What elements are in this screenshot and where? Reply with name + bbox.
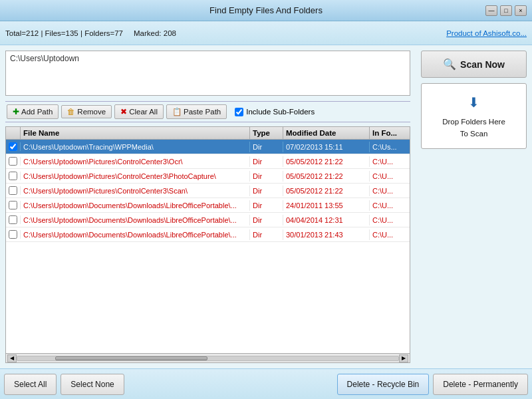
row-type: Dir [250, 156, 283, 167]
header-type: Type [250, 127, 283, 139]
header-date: Modified Date [283, 127, 370, 139]
row-checkbox[interactable] [9, 172, 17, 180]
row-checkbox-cell [6, 201, 21, 209]
drop-zone[interactable]: ⬇ Drop Folders Here To Scan [421, 83, 527, 149]
table-row[interactable]: C:\Users\Uptodown\Pictures\ControlCenter… [6, 169, 410, 184]
row-type: Dir [250, 142, 283, 152]
paste-icon: 📋 [172, 107, 182, 116]
product-link[interactable]: Product of Ashisoft.co... [446, 29, 527, 37]
row-infolder: C:\Us... [370, 142, 410, 152]
row-infolder: C:\U... [370, 186, 410, 196]
row-filename: C:\Users\Uptodown\Documents\Downloads\Li… [21, 200, 250, 211]
paste-path-button[interactable]: 📋 Paste Path [166, 104, 227, 119]
header-infolder: In Fo... [370, 127, 410, 139]
minimize-button[interactable]: — [485, 5, 497, 16]
file-table: File Name Type Modified Date In Fo... C:… [5, 126, 410, 363]
row-date: 05/05/2012 21:22 [283, 171, 370, 182]
left-panel: C:\Users\Uptodown ✚ Add Path 🗑 Remove ✖ … [0, 45, 416, 368]
table-body: C:\Users\Uptodown\Tracing\WPPMedia\ Dir … [6, 140, 410, 353]
row-date: 30/01/2013 21:43 [283, 229, 370, 240]
table-header: File Name Type Modified Date In Fo... [6, 127, 410, 140]
header-check [6, 127, 21, 139]
remove-icon: 🗑 [67, 108, 75, 116]
row-type: Dir [250, 171, 283, 182]
scroll-thumb[interactable] [55, 356, 207, 360]
scroll-right-arrow[interactable]: ▶ [399, 354, 408, 362]
scan-now-button[interactable]: 🔍 Scan Now [421, 51, 527, 78]
row-filename: C:\Users\Uptodown\Pictures\ControlCenter… [21, 186, 250, 196]
row-date: 05/05/2012 21:22 [283, 186, 370, 196]
row-filename: C:\Users\Uptodown\Documents\Downloads\Li… [21, 215, 250, 225]
row-checkbox-cell [6, 172, 21, 180]
row-infolder: C:\U... [370, 229, 410, 240]
table-row[interactable]: C:\Users\Uptodown\Pictures\ControlCenter… [6, 184, 410, 198]
right-panel: 🔍 Scan Now ⬇ Drop Folders Here To Scan [416, 45, 532, 368]
row-infolder: C:\U... [370, 156, 410, 167]
row-type: Dir [250, 215, 283, 225]
row-date: 05/05/2012 21:22 [283, 156, 370, 167]
row-checkbox[interactable] [9, 186, 17, 195]
select-none-button[interactable]: Select None [61, 374, 124, 395]
maximize-button[interactable]: □ [500, 5, 512, 16]
horizontal-scrollbar[interactable]: ◀ ▶ [6, 353, 410, 362]
row-checkbox[interactable] [9, 230, 17, 239]
delete-recycle-bin-button[interactable]: Delete - Recycle Bin [337, 374, 430, 395]
include-subfolders-label: Include Sub-Folders [235, 108, 315, 116]
toolbar: ✚ Add Path 🗑 Remove ✖ Clear All 📋 Paste … [5, 101, 410, 122]
window-title: Find Empty Files And Folders [209, 5, 323, 15]
clear-all-button[interactable]: ✖ Clear All [114, 104, 164, 119]
table-row[interactable]: C:\Users\Uptodown\Documents\Downloads\Li… [6, 198, 410, 213]
row-filename: C:\Users\Uptodown\Pictures\ControlCenter… [21, 171, 250, 182]
row-checkbox-cell [6, 186, 21, 195]
row-type: Dir [250, 200, 283, 211]
path-value: C:\Users\Uptodown [10, 54, 79, 63]
main-content: C:\Users\Uptodown ✚ Add Path 🗑 Remove ✖ … [0, 45, 532, 368]
header-filename: File Name [21, 127, 250, 139]
row-infolder: C:\U... [370, 215, 410, 225]
row-type: Dir [250, 229, 283, 240]
stats-text: Total=212 | Files=135 | Folders=77 [5, 29, 123, 37]
row-checkbox-cell [6, 142, 21, 151]
row-checkbox[interactable] [9, 142, 17, 151]
row-type: Dir [250, 186, 283, 196]
table-row[interactable]: C:\Users\Uptodown\Documents\Downloads\Li… [6, 227, 410, 242]
row-date: 07/02/2013 15:11 [283, 142, 370, 152]
binoculars-icon: 🔍 [443, 58, 456, 70]
row-filename: C:\Users\Uptodown\Tracing\WPPMedia\ [21, 142, 250, 152]
bottom-bar: Select All Select None Delete - Recycle … [0, 368, 532, 399]
include-subfolders-checkbox[interactable] [235, 108, 243, 116]
scroll-left-arrow[interactable]: ◀ [7, 354, 17, 362]
remove-button[interactable]: 🗑 Remove [61, 105, 112, 118]
close-button[interactable]: × [515, 5, 527, 16]
row-checkbox-cell [6, 230, 21, 239]
drop-line2: To Scan [460, 130, 488, 138]
row-date: 24/01/2011 13:55 [283, 200, 370, 211]
row-checkbox[interactable] [9, 215, 17, 224]
clear-icon: ✖ [120, 107, 127, 116]
add-path-button[interactable]: ✚ Add Path [7, 104, 59, 119]
table-row[interactable]: C:\Users\Uptodown\Documents\Downloads\Li… [6, 213, 410, 227]
scan-now-label: Scan Now [460, 59, 505, 70]
delete-permanently-button[interactable]: Delete - Permanently [433, 374, 528, 395]
add-icon: ✚ [13, 107, 19, 116]
row-infolder: C:\U... [370, 171, 410, 182]
path-area[interactable]: C:\Users\Uptodown [5, 51, 410, 96]
row-checkbox[interactable] [9, 157, 17, 166]
row-date: 04/04/2014 12:31 [283, 215, 370, 225]
drop-arrow-icon: ⬇ [427, 92, 521, 113]
scroll-track[interactable] [17, 356, 399, 361]
row-filename: C:\Users\Uptodown\Documents\Downloads\Li… [21, 229, 250, 240]
marked-text: Marked: 208 [134, 29, 176, 37]
row-checkbox-cell [6, 215, 21, 224]
row-infolder: C:\U... [370, 200, 410, 211]
window-controls: — □ × [485, 5, 527, 16]
table-row[interactable]: C:\Users\Uptodown\Tracing\WPPMedia\ Dir … [6, 140, 410, 154]
title-bar: Find Empty Files And Folders — □ × [0, 0, 532, 21]
row-checkbox[interactable] [9, 201, 17, 209]
row-filename: C:\Users\Uptodown\Pictures\ControlCenter… [21, 156, 250, 167]
stats-bar: Total=212 | Files=135 | Folders=77 Marke… [0, 21, 532, 45]
table-row[interactable]: C:\Users\Uptodown\Pictures\ControlCenter… [6, 154, 410, 169]
drop-line1: Drop Folders Here [442, 118, 505, 126]
row-checkbox-cell [6, 157, 21, 166]
select-all-button[interactable]: Select All [4, 374, 57, 395]
